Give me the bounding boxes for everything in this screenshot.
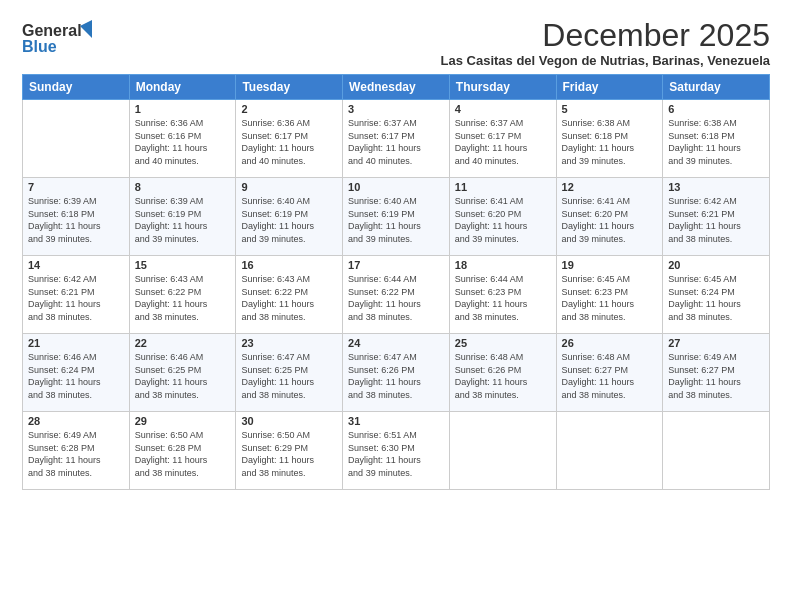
day-number: 23 — [241, 337, 337, 349]
day-info: Sunrise: 6:51 AM Sunset: 6:30 PM Dayligh… — [348, 429, 444, 479]
day-info: Sunrise: 6:47 AM Sunset: 6:25 PM Dayligh… — [241, 351, 337, 401]
day-number: 1 — [135, 103, 231, 115]
calendar-cell — [663, 412, 770, 490]
day-number: 8 — [135, 181, 231, 193]
calendar-body: 1Sunrise: 6:36 AM Sunset: 6:16 PM Daylig… — [23, 100, 770, 490]
calendar-cell: 19Sunrise: 6:45 AM Sunset: 6:23 PM Dayli… — [556, 256, 663, 334]
day-number: 24 — [348, 337, 444, 349]
day-number: 21 — [28, 337, 124, 349]
day-number: 6 — [668, 103, 764, 115]
calendar-cell: 23Sunrise: 6:47 AM Sunset: 6:25 PM Dayli… — [236, 334, 343, 412]
day-number: 17 — [348, 259, 444, 271]
calendar-week-4: 21Sunrise: 6:46 AM Sunset: 6:24 PM Dayli… — [23, 334, 770, 412]
day-info: Sunrise: 6:42 AM Sunset: 6:21 PM Dayligh… — [668, 195, 764, 245]
day-number: 10 — [348, 181, 444, 193]
calendar-cell: 7Sunrise: 6:39 AM Sunset: 6:18 PM Daylig… — [23, 178, 130, 256]
calendar-cell: 6Sunrise: 6:38 AM Sunset: 6:18 PM Daylig… — [663, 100, 770, 178]
day-number: 18 — [455, 259, 551, 271]
day-number: 19 — [562, 259, 658, 271]
day-number: 22 — [135, 337, 231, 349]
calendar-header-saturday: Saturday — [663, 75, 770, 100]
calendar-header-sunday: Sunday — [23, 75, 130, 100]
day-info: Sunrise: 6:39 AM Sunset: 6:18 PM Dayligh… — [28, 195, 124, 245]
day-number: 3 — [348, 103, 444, 115]
day-info: Sunrise: 6:48 AM Sunset: 6:26 PM Dayligh… — [455, 351, 551, 401]
day-info: Sunrise: 6:48 AM Sunset: 6:27 PM Dayligh… — [562, 351, 658, 401]
logo-icon: General Blue — [22, 18, 102, 62]
day-info: Sunrise: 6:38 AM Sunset: 6:18 PM Dayligh… — [562, 117, 658, 167]
calendar-header-friday: Friday — [556, 75, 663, 100]
day-number: 9 — [241, 181, 337, 193]
calendar-cell: 13Sunrise: 6:42 AM Sunset: 6:21 PM Dayli… — [663, 178, 770, 256]
day-number: 15 — [135, 259, 231, 271]
day-info: Sunrise: 6:39 AM Sunset: 6:19 PM Dayligh… — [135, 195, 231, 245]
calendar-cell: 20Sunrise: 6:45 AM Sunset: 6:24 PM Dayli… — [663, 256, 770, 334]
calendar-cell: 18Sunrise: 6:44 AM Sunset: 6:23 PM Dayli… — [449, 256, 556, 334]
title-block: December 2025 Las Casitas del Vegon de N… — [441, 18, 770, 68]
calendar-cell: 31Sunrise: 6:51 AM Sunset: 6:30 PM Dayli… — [343, 412, 450, 490]
day-number: 25 — [455, 337, 551, 349]
calendar-week-1: 1Sunrise: 6:36 AM Sunset: 6:16 PM Daylig… — [23, 100, 770, 178]
day-number: 28 — [28, 415, 124, 427]
day-number: 2 — [241, 103, 337, 115]
calendar-cell — [23, 100, 130, 178]
calendar-cell: 26Sunrise: 6:48 AM Sunset: 6:27 PM Dayli… — [556, 334, 663, 412]
calendar-table: SundayMondayTuesdayWednesdayThursdayFrid… — [22, 74, 770, 490]
calendar-cell: 28Sunrise: 6:49 AM Sunset: 6:28 PM Dayli… — [23, 412, 130, 490]
day-info: Sunrise: 6:49 AM Sunset: 6:28 PM Dayligh… — [28, 429, 124, 479]
calendar-cell: 17Sunrise: 6:44 AM Sunset: 6:22 PM Dayli… — [343, 256, 450, 334]
calendar-header-thursday: Thursday — [449, 75, 556, 100]
calendar-week-3: 14Sunrise: 6:42 AM Sunset: 6:21 PM Dayli… — [23, 256, 770, 334]
day-number: 14 — [28, 259, 124, 271]
day-number: 27 — [668, 337, 764, 349]
day-info: Sunrise: 6:45 AM Sunset: 6:24 PM Dayligh… — [668, 273, 764, 323]
main-title: December 2025 — [441, 18, 770, 53]
calendar-cell: 8Sunrise: 6:39 AM Sunset: 6:19 PM Daylig… — [129, 178, 236, 256]
calendar-week-5: 28Sunrise: 6:49 AM Sunset: 6:28 PM Dayli… — [23, 412, 770, 490]
calendar-cell: 3Sunrise: 6:37 AM Sunset: 6:17 PM Daylig… — [343, 100, 450, 178]
day-info: Sunrise: 6:44 AM Sunset: 6:22 PM Dayligh… — [348, 273, 444, 323]
day-number: 30 — [241, 415, 337, 427]
calendar-cell: 21Sunrise: 6:46 AM Sunset: 6:24 PM Dayli… — [23, 334, 130, 412]
day-info: Sunrise: 6:40 AM Sunset: 6:19 PM Dayligh… — [348, 195, 444, 245]
calendar-cell: 1Sunrise: 6:36 AM Sunset: 6:16 PM Daylig… — [129, 100, 236, 178]
day-number: 4 — [455, 103, 551, 115]
day-number: 20 — [668, 259, 764, 271]
calendar-cell: 16Sunrise: 6:43 AM Sunset: 6:22 PM Dayli… — [236, 256, 343, 334]
calendar-cell — [556, 412, 663, 490]
calendar-cell: 27Sunrise: 6:49 AM Sunset: 6:27 PM Dayli… — [663, 334, 770, 412]
day-info: Sunrise: 6:46 AM Sunset: 6:25 PM Dayligh… — [135, 351, 231, 401]
calendar-cell: 29Sunrise: 6:50 AM Sunset: 6:28 PM Dayli… — [129, 412, 236, 490]
day-number: 5 — [562, 103, 658, 115]
day-number: 11 — [455, 181, 551, 193]
calendar-cell: 14Sunrise: 6:42 AM Sunset: 6:21 PM Dayli… — [23, 256, 130, 334]
subtitle: Las Casitas del Vegon de Nutrias, Barina… — [441, 53, 770, 68]
day-number: 29 — [135, 415, 231, 427]
day-info: Sunrise: 6:41 AM Sunset: 6:20 PM Dayligh… — [455, 195, 551, 245]
header: General Blue December 2025 Las Casitas d… — [22, 18, 770, 68]
calendar-cell: 12Sunrise: 6:41 AM Sunset: 6:20 PM Dayli… — [556, 178, 663, 256]
calendar-header-tuesday: Tuesday — [236, 75, 343, 100]
calendar-week-2: 7Sunrise: 6:39 AM Sunset: 6:18 PM Daylig… — [23, 178, 770, 256]
day-info: Sunrise: 6:46 AM Sunset: 6:24 PM Dayligh… — [28, 351, 124, 401]
calendar-cell: 5Sunrise: 6:38 AM Sunset: 6:18 PM Daylig… — [556, 100, 663, 178]
day-info: Sunrise: 6:49 AM Sunset: 6:27 PM Dayligh… — [668, 351, 764, 401]
day-info: Sunrise: 6:50 AM Sunset: 6:28 PM Dayligh… — [135, 429, 231, 479]
day-info: Sunrise: 6:50 AM Sunset: 6:29 PM Dayligh… — [241, 429, 337, 479]
day-info: Sunrise: 6:43 AM Sunset: 6:22 PM Dayligh… — [241, 273, 337, 323]
calendar-cell: 10Sunrise: 6:40 AM Sunset: 6:19 PM Dayli… — [343, 178, 450, 256]
day-number: 7 — [28, 181, 124, 193]
calendar-header-monday: Monday — [129, 75, 236, 100]
day-number: 16 — [241, 259, 337, 271]
day-info: Sunrise: 6:36 AM Sunset: 6:17 PM Dayligh… — [241, 117, 337, 167]
day-info: Sunrise: 6:37 AM Sunset: 6:17 PM Dayligh… — [455, 117, 551, 167]
logo: General Blue — [22, 18, 102, 66]
day-info: Sunrise: 6:44 AM Sunset: 6:23 PM Dayligh… — [455, 273, 551, 323]
svg-text:Blue: Blue — [22, 38, 57, 55]
calendar-cell: 9Sunrise: 6:40 AM Sunset: 6:19 PM Daylig… — [236, 178, 343, 256]
calendar-cell: 4Sunrise: 6:37 AM Sunset: 6:17 PM Daylig… — [449, 100, 556, 178]
svg-text:General: General — [22, 22, 82, 39]
day-number: 12 — [562, 181, 658, 193]
day-info: Sunrise: 6:36 AM Sunset: 6:16 PM Dayligh… — [135, 117, 231, 167]
day-info: Sunrise: 6:38 AM Sunset: 6:18 PM Dayligh… — [668, 117, 764, 167]
